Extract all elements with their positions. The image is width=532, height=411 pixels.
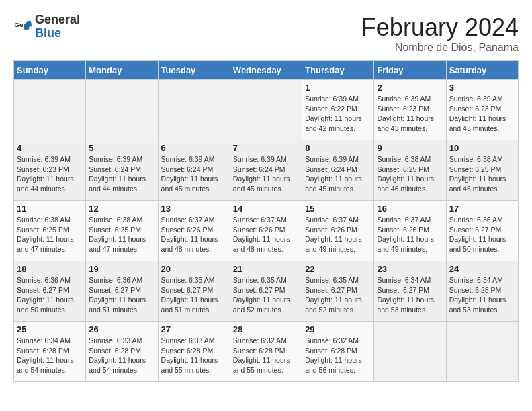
calendar-day-cell [14, 80, 86, 140]
day-number: 9 [377, 143, 443, 153]
day-number: 7 [233, 143, 299, 153]
day-number: 24 [449, 264, 515, 274]
calendar-day-cell: 4Sunrise: 6:39 AM Sunset: 6:23 PM Daylig… [14, 140, 86, 201]
day-info: Sunrise: 6:33 AM Sunset: 6:28 PM Dayligh… [161, 336, 227, 375]
calendar-day-cell: 11Sunrise: 6:38 AM Sunset: 6:25 PM Dayli… [14, 201, 86, 261]
calendar-day-cell: 3Sunrise: 6:39 AM Sunset: 6:23 PM Daylig… [446, 80, 518, 140]
day-number: 29 [305, 324, 371, 334]
calendar-day-cell: 19Sunrise: 6:36 AM Sunset: 6:27 PM Dayli… [86, 261, 158, 322]
calendar-body: 1Sunrise: 6:39 AM Sunset: 6:22 PM Daylig… [14, 80, 519, 382]
calendar-day-cell: 12Sunrise: 6:38 AM Sunset: 6:25 PM Dayli… [86, 201, 158, 261]
day-info: Sunrise: 6:39 AM Sunset: 6:22 PM Dayligh… [305, 94, 371, 134]
calendar-day-cell: 6Sunrise: 6:39 AM Sunset: 6:24 PM Daylig… [158, 140, 230, 201]
weekday-header: Wednesday [230, 61, 302, 80]
calendar-day-cell [446, 322, 518, 382]
day-info: Sunrise: 6:35 AM Sunset: 6:27 PM Dayligh… [233, 275, 299, 315]
day-number: 16 [377, 203, 443, 214]
logo-icon: General [13, 17, 32, 36]
calendar-day-cell: 28Sunrise: 6:32 AM Sunset: 6:28 PM Dayli… [230, 322, 302, 382]
day-info: Sunrise: 6:39 AM Sunset: 6:24 PM Dayligh… [89, 154, 154, 194]
day-number: 21 [233, 264, 299, 274]
calendar-day-cell: 5Sunrise: 6:39 AM Sunset: 6:24 PM Daylig… [86, 140, 158, 201]
day-number: 2 [377, 83, 443, 93]
calendar-day-cell: 8Sunrise: 6:39 AM Sunset: 6:24 PM Daylig… [302, 140, 374, 201]
day-number: 13 [161, 203, 227, 214]
header-row: SundayMondayTuesdayWednesdayThursdayFrid… [14, 61, 519, 80]
day-info: Sunrise: 6:37 AM Sunset: 6:26 PM Dayligh… [161, 215, 227, 255]
day-info: Sunrise: 6:38 AM Sunset: 6:25 PM Dayligh… [449, 154, 515, 194]
calendar-title: February 2024 [361, 13, 519, 42]
calendar-day-cell: 22Sunrise: 6:35 AM Sunset: 6:27 PM Dayli… [302, 261, 374, 322]
day-number: 10 [449, 143, 515, 153]
day-number: 11 [17, 203, 83, 214]
calendar-day-cell: 27Sunrise: 6:33 AM Sunset: 6:28 PM Dayli… [158, 322, 230, 382]
day-info: Sunrise: 6:34 AM Sunset: 6:27 PM Dayligh… [377, 275, 443, 315]
day-number: 14 [233, 203, 299, 214]
calendar-day-cell: 29Sunrise: 6:32 AM Sunset: 6:28 PM Dayli… [302, 322, 374, 382]
calendar-day-cell [374, 322, 446, 382]
calendar-week-row: 4Sunrise: 6:39 AM Sunset: 6:23 PM Daylig… [14, 140, 519, 201]
calendar-week-row: 11Sunrise: 6:38 AM Sunset: 6:25 PM Dayli… [14, 201, 519, 261]
calendar-day-cell: 10Sunrise: 6:38 AM Sunset: 6:25 PM Dayli… [446, 140, 518, 201]
day-number: 25 [17, 324, 83, 334]
day-info: Sunrise: 6:35 AM Sunset: 6:27 PM Dayligh… [161, 275, 227, 315]
day-number: 23 [377, 264, 443, 274]
day-info: Sunrise: 6:36 AM Sunset: 6:27 PM Dayligh… [89, 275, 154, 315]
day-number: 28 [233, 324, 299, 334]
day-info: Sunrise: 6:35 AM Sunset: 6:27 PM Dayligh… [305, 275, 371, 315]
logo: General General Blue [13, 13, 80, 40]
calendar-day-cell: 2Sunrise: 6:39 AM Sunset: 6:23 PM Daylig… [374, 80, 446, 140]
logo-line2: Blue [35, 27, 80, 40]
day-info: Sunrise: 6:36 AM Sunset: 6:27 PM Dayligh… [449, 215, 515, 255]
calendar-day-cell: 18Sunrise: 6:36 AM Sunset: 6:27 PM Dayli… [14, 261, 86, 322]
day-info: Sunrise: 6:38 AM Sunset: 6:25 PM Dayligh… [377, 154, 443, 194]
day-info: Sunrise: 6:37 AM Sunset: 6:26 PM Dayligh… [233, 215, 299, 255]
calendar-day-cell: 20Sunrise: 6:35 AM Sunset: 6:27 PM Dayli… [158, 261, 230, 322]
weekday-header: Sunday [14, 61, 86, 80]
calendar-day-cell: 7Sunrise: 6:39 AM Sunset: 6:24 PM Daylig… [230, 140, 302, 201]
calendar-day-cell: 23Sunrise: 6:34 AM Sunset: 6:27 PM Dayli… [374, 261, 446, 322]
logo-line1: General [35, 13, 80, 27]
day-info: Sunrise: 6:39 AM Sunset: 6:23 PM Dayligh… [449, 94, 515, 134]
calendar-week-row: 25Sunrise: 6:34 AM Sunset: 6:28 PM Dayli… [14, 322, 519, 382]
day-number: 3 [449, 83, 515, 93]
day-number: 20 [161, 264, 227, 274]
day-info: Sunrise: 6:37 AM Sunset: 6:26 PM Dayligh… [377, 215, 443, 255]
day-info: Sunrise: 6:38 AM Sunset: 6:25 PM Dayligh… [89, 215, 154, 255]
weekday-header: Friday [374, 61, 446, 80]
calendar-header: SundayMondayTuesdayWednesdayThursdayFrid… [14, 61, 519, 80]
calendar-week-row: 18Sunrise: 6:36 AM Sunset: 6:27 PM Dayli… [14, 261, 519, 322]
weekday-header: Thursday [302, 61, 374, 80]
calendar-day-cell: 1Sunrise: 6:39 AM Sunset: 6:22 PM Daylig… [302, 80, 374, 140]
calendar-day-cell: 14Sunrise: 6:37 AM Sunset: 6:26 PM Dayli… [230, 201, 302, 261]
weekday-header: Tuesday [158, 61, 230, 80]
day-info: Sunrise: 6:34 AM Sunset: 6:28 PM Dayligh… [449, 275, 515, 315]
day-info: Sunrise: 6:37 AM Sunset: 6:26 PM Dayligh… [305, 215, 371, 255]
day-number: 12 [89, 203, 154, 214]
day-number: 26 [89, 324, 154, 334]
day-number: 17 [449, 203, 515, 214]
calendar-day-cell: 16Sunrise: 6:37 AM Sunset: 6:26 PM Dayli… [374, 201, 446, 261]
calendar-day-cell: 25Sunrise: 6:34 AM Sunset: 6:28 PM Dayli… [14, 322, 86, 382]
calendar-day-cell: 15Sunrise: 6:37 AM Sunset: 6:26 PM Dayli… [302, 201, 374, 261]
day-number: 18 [17, 264, 83, 274]
weekday-header: Saturday [446, 61, 518, 80]
day-info: Sunrise: 6:32 AM Sunset: 6:28 PM Dayligh… [233, 336, 299, 375]
day-info: Sunrise: 6:39 AM Sunset: 6:23 PM Dayligh… [377, 94, 443, 134]
calendar-day-cell: 24Sunrise: 6:34 AM Sunset: 6:28 PM Dayli… [446, 261, 518, 322]
day-info: Sunrise: 6:39 AM Sunset: 6:24 PM Dayligh… [233, 154, 299, 194]
page-header: General General Blue February 2024 Nombr… [13, 13, 519, 54]
day-info: Sunrise: 6:32 AM Sunset: 6:28 PM Dayligh… [305, 336, 371, 375]
day-number: 6 [161, 143, 227, 153]
calendar-day-cell: 26Sunrise: 6:33 AM Sunset: 6:28 PM Dayli… [86, 322, 158, 382]
calendar-day-cell [158, 80, 230, 140]
day-info: Sunrise: 6:39 AM Sunset: 6:24 PM Dayligh… [161, 154, 227, 194]
day-number: 15 [305, 203, 371, 214]
day-number: 19 [89, 264, 154, 274]
day-info: Sunrise: 6:39 AM Sunset: 6:23 PM Dayligh… [17, 154, 83, 194]
day-info: Sunrise: 6:33 AM Sunset: 6:28 PM Dayligh… [89, 336, 154, 375]
logo-text: General Blue [35, 13, 80, 40]
day-info: Sunrise: 6:38 AM Sunset: 6:25 PM Dayligh… [17, 215, 83, 255]
day-number: 4 [17, 143, 83, 153]
day-number: 27 [161, 324, 227, 334]
